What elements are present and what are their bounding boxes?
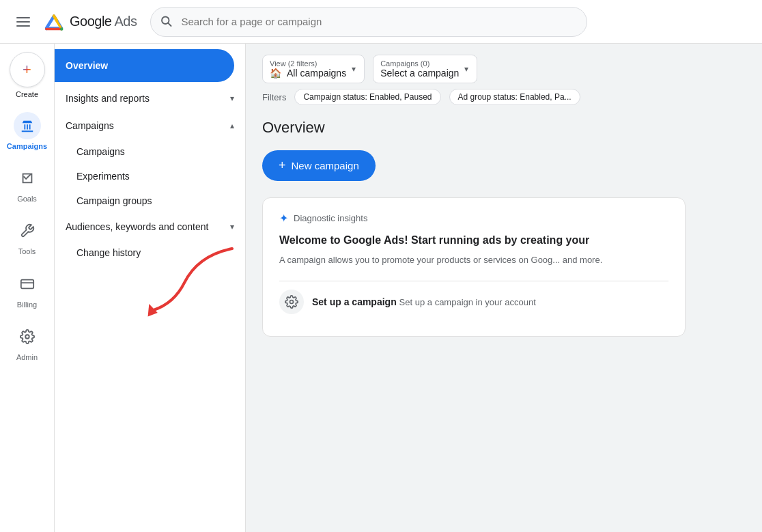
filter-bar: View (2 filters) 🏠 All campaigns ▾ Campa… xyxy=(262,55,746,83)
campaigns-nav-label: Campaigns xyxy=(7,142,47,151)
new-campaign-plus-icon: + xyxy=(279,158,286,173)
campaigns-section-header[interactable]: Campaigns ▴ xyxy=(60,112,240,139)
campaign-dropdown-chevron-icon: ▾ xyxy=(464,64,468,74)
goals-nav-label: Goals xyxy=(17,195,37,204)
new-campaign-label: New campaign xyxy=(292,160,359,171)
setup-campaign-row[interactable]: Set up a campaign Set up a campaign in y… xyxy=(279,281,668,322)
icon-nav: + Create Campaigns Goals xyxy=(0,44,55,532)
audiences-chevron-icon: ▾ xyxy=(230,222,234,232)
campaign-status-chip-label: Campaign status: Enabled, Paused xyxy=(303,92,432,102)
diagnostic-header: ✦ Diagnostic insights xyxy=(279,212,668,225)
view-dropdown-small-label: View (2 filters) xyxy=(270,59,346,68)
campaign-dropdown-value: Select a campaign xyxy=(380,68,459,79)
admin-nav-label: Admin xyxy=(16,353,38,362)
view-dropdown-value: All campaigns xyxy=(287,68,346,79)
sidebar-item-experiments[interactable]: Experiments xyxy=(60,164,240,188)
sidebar-item-campaigns[interactable]: Campaigns xyxy=(3,107,52,156)
billing-icon xyxy=(14,270,41,298)
svg-rect-8 xyxy=(20,279,33,288)
goals-icon xyxy=(14,165,41,192)
campaigns-sub-label: Campaigns xyxy=(76,146,125,157)
setup-campaign-text: Set up a campaign Set up a campaign in y… xyxy=(312,296,536,307)
ad-group-status-chip-label: Ad group status: Enabled, Pa... xyxy=(458,92,572,102)
audiences-section-header[interactable]: Audiences, keywords and content ▾ xyxy=(60,213,240,240)
ad-group-status-filter-chip[interactable]: Ad group status: Enabled, Pa... xyxy=(449,89,580,105)
audiences-section-title: Audiences, keywords and content xyxy=(66,221,208,232)
campaigns-icon xyxy=(14,112,41,139)
sidebar-section-campaigns: Campaigns ▴ Campaigns Experiments Campai… xyxy=(55,112,245,213)
svg-marker-11 xyxy=(145,303,158,316)
sidebar-item-change-history[interactable]: Change history xyxy=(60,240,240,265)
campaign-status-filter-chip[interactable]: Campaign status: Enabled, Paused xyxy=(294,89,440,105)
google-ads-logo[interactable]: Google Ads xyxy=(44,12,137,32)
create-button-wrap: + Create xyxy=(3,52,52,98)
sidebar-item-tools[interactable]: Tools xyxy=(3,212,52,262)
sidebar: Overview Insights and reports ▾ Campaign… xyxy=(55,44,246,532)
sidebar-item-goals[interactable]: Goals xyxy=(3,159,52,209)
campaigns-section-title: Campaigns xyxy=(66,120,114,131)
view-all-campaigns-dropdown[interactable]: View (2 filters) 🏠 All campaigns ▾ xyxy=(262,55,365,83)
search-icon xyxy=(160,14,172,29)
admin-icon xyxy=(14,323,41,350)
tools-nav-label: Tools xyxy=(18,247,36,256)
campaign-groups-label: Campaign groups xyxy=(76,195,152,206)
hamburger-menu-icon[interactable] xyxy=(11,12,36,32)
search-input[interactable] xyxy=(150,7,587,37)
sidebar-section-insights: Insights and reports ▾ xyxy=(55,85,245,112)
top-header: Google Ads xyxy=(0,0,762,44)
experiments-label: Experiments xyxy=(76,171,130,182)
new-campaign-button[interactable]: + New campaign xyxy=(262,150,376,181)
logo-text: Google Ads xyxy=(70,14,137,29)
setup-campaign-desc: Set up a campaign in your account xyxy=(399,297,536,307)
google-ads-logo-icon xyxy=(44,12,64,32)
sidebar-item-overview[interactable]: Overview xyxy=(55,49,234,82)
search-bar xyxy=(150,7,587,37)
billing-nav-label: Billing xyxy=(17,300,37,309)
sidebar-section-audiences: Audiences, keywords and content ▾ xyxy=(55,213,245,240)
sidebar-section-change-history: Change history xyxy=(55,240,245,265)
create-label: Create xyxy=(3,90,52,98)
create-button[interactable]: + xyxy=(10,52,45,87)
insights-section-title: Insights and reports xyxy=(66,93,150,104)
view-dropdown-chevron-icon: ▾ xyxy=(352,64,356,74)
svg-point-5 xyxy=(60,27,63,31)
sidebar-item-admin[interactable]: Admin xyxy=(3,318,52,367)
insights-section-header[interactable]: Insights and reports ▾ xyxy=(60,85,240,112)
diagnostic-sparkle-icon: ✦ xyxy=(279,212,288,225)
setup-campaign-title: Set up a campaign xyxy=(312,296,397,307)
overview-label: Overview xyxy=(66,60,108,71)
diagnostic-sub-text: A campaign allows you to promote your pr… xyxy=(279,253,668,267)
insights-chevron-icon: ▾ xyxy=(230,94,234,103)
svg-point-10 xyxy=(25,335,29,339)
campaign-dropdown-small-label: Campaigns (0) xyxy=(380,59,459,68)
diagnostic-card: ✦ Diagnostic insights Welcome to Google … xyxy=(262,197,686,337)
filters-chips-bar: Filters Campaign status: Enabled, Paused… xyxy=(262,89,746,105)
page-title: Overview xyxy=(262,119,746,137)
diagnostic-main-text: Welcome to Google Ads! Start running ads… xyxy=(279,233,668,248)
create-plus-icon: + xyxy=(23,62,31,77)
sidebar-item-campaign-groups[interactable]: Campaign groups xyxy=(60,188,240,213)
svg-line-7 xyxy=(169,23,171,25)
change-history-label: Change history xyxy=(76,247,141,258)
sidebar-item-billing[interactable]: Billing xyxy=(3,265,52,315)
campaigns-dropdown[interactable]: Campaigns (0) Select a campaign ▾ xyxy=(373,55,477,83)
main-layout: + Create Campaigns Goals xyxy=(0,44,762,532)
home-icon: 🏠 xyxy=(270,68,281,79)
svg-point-12 xyxy=(290,300,294,303)
content-area: View (2 filters) 🏠 All campaigns ▾ Campa… xyxy=(246,44,762,532)
filters-label: Filters xyxy=(262,92,286,102)
setup-campaign-icon xyxy=(279,290,304,314)
sidebar-item-campaigns-sub[interactable]: Campaigns xyxy=(60,139,240,164)
diagnostic-title: Diagnostic insights xyxy=(294,213,367,223)
tools-icon xyxy=(14,217,41,244)
campaigns-chevron-icon: ▴ xyxy=(230,121,234,130)
